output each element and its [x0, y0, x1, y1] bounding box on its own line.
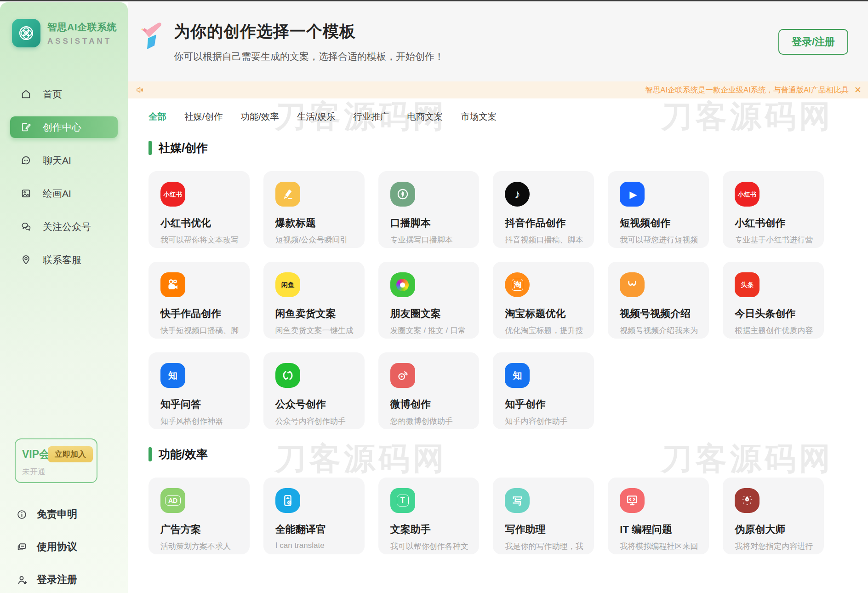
notice-banner: 智思AI企联系统是一款企业级AI系统，与普通版AI产品相比具 ✕ — [128, 81, 868, 98]
zhihu-icon: 知 — [160, 363, 185, 388]
template-card-desc: 专业撰写口播脚本 — [390, 235, 468, 245]
section-accent-bar — [148, 141, 152, 155]
user-add-icon — [16, 574, 28, 586]
toutiao-icon: 头条 — [735, 272, 760, 297]
template-card[interactable]: 头条今日头条创作根据主题创作优质内容 — [723, 262, 824, 339]
template-card[interactable]: AD广告方案活动策划方案不求人 — [148, 478, 250, 554]
template-card-title: 口播脚本 — [390, 216, 468, 230]
sidebar-item-label: 绘画AI — [43, 187, 71, 200]
vip-card[interactable]: VIP会 立即加入 未开通 — [15, 438, 97, 483]
template-card[interactable]: T文案助手我可以帮你创作各种文 — [378, 478, 480, 554]
agreement-icon — [16, 541, 28, 553]
template-card-title: 快手作品创作 — [160, 307, 238, 321]
template-card[interactable]: 视频号视频介绍视频号视频介绍我来为 — [608, 262, 709, 339]
template-card[interactable]: 微博创作您的微博创做助手 — [378, 352, 480, 429]
template-card-title: 视频号视频介绍 — [620, 307, 697, 321]
template-card[interactable]: 小红书小红书创作专业基于小红书进行营 — [723, 171, 824, 248]
main-area: 为你的创作选择一个模板 你可以根据自己需要生成的文案，选择合适的模板，开始创作！… — [128, 2, 868, 593]
tab-all[interactable]: 全部 — [148, 110, 166, 123]
template-card[interactable]: 闲鱼闲鱼卖货文案闲鱼卖货文案一键生成 — [263, 262, 365, 339]
template-card[interactable]: 写写作助理我是你的写作助理，我 — [493, 478, 594, 554]
template-card-desc: 公众号内容创作助手 — [275, 416, 353, 426]
template-card[interactable]: 朋友圈文案发圈文案 / 推文 / 日常 — [378, 262, 480, 339]
template-card-title: 文案助手 — [390, 523, 468, 536]
sidebar-item-label: 首页 — [43, 88, 62, 101]
template-card[interactable]: ♪抖音作品创作抖音视频口播稿、脚本 — [493, 171, 594, 248]
sidebar-item-draw-ai[interactable]: 绘画AI — [10, 183, 118, 204]
template-card-grid: AD广告方案活动策划方案不求人全能翻译官I can translateT文案助手… — [148, 478, 824, 554]
page-header: 为你的创作选择一个模板 你可以根据自己需要生成的文案，选择合适的模板，开始创作！… — [128, 2, 868, 81]
sidebar-item-label: 聊天AI — [43, 154, 71, 167]
moments-icon — [390, 272, 415, 297]
translator-icon — [275, 488, 300, 513]
template-card-desc: 知乎风格创作神器 — [160, 416, 238, 426]
template-card-desc: 优化淘宝标题，提升搜 — [505, 325, 582, 336]
template-card-desc: 专业基于小红书进行营 — [735, 235, 812, 245]
template-card[interactable]: 全能翻译官I can translate — [263, 478, 365, 554]
vip-join-button[interactable]: 立即加入 — [48, 446, 93, 462]
sidebar-item-creation-center[interactable]: 创作中心 — [10, 116, 118, 138]
template-card-title: 闲鱼卖货文案 — [275, 307, 353, 321]
template-card-desc: 活动策划方案不求人 — [160, 541, 238, 552]
sidebar-item-contact-support[interactable]: 联系客服 — [10, 249, 118, 271]
template-card-title: 小红书创作 — [735, 216, 812, 230]
template-card-grid: 小红书小红书优化我可以帮你将文本改写爆款标题短视频/公众号瞬间引口播脚本专业撰写… — [148, 171, 824, 429]
sidebar-footer-label: 登录注册 — [37, 573, 77, 587]
template-card-desc: I can translate — [275, 541, 353, 550]
sidebar-footer-disclaimer[interactable]: 免责申明 — [16, 507, 77, 521]
home-icon — [20, 88, 32, 100]
taobao-icon: 淘 — [505, 272, 530, 297]
template-card[interactable]: IT 编程问题我将模拟编程社区来回 — [608, 478, 709, 554]
template-card[interactable]: 爆款标题短视频/公众号瞬间引 — [263, 171, 365, 248]
template-card-title: 伪原创大师 — [735, 523, 812, 536]
tab-4[interactable]: 行业推广 — [353, 110, 389, 123]
template-card[interactable]: 伪原创大师我将对您指定内容进行 — [723, 478, 824, 554]
xianyu-icon: 闲鱼 — [275, 272, 300, 297]
sidebar-item-label: 创作中心 — [43, 121, 81, 134]
notice-close-icon[interactable]: ✕ — [854, 86, 862, 94]
sidebar-footer-user-agreement[interactable]: 使用协议 — [16, 540, 77, 554]
section-header: 社媒/创作 — [148, 140, 824, 155]
page-header-text: 为你的创作选择一个模板 你可以根据自己需要生成的文案，选择合适的模板，开始创作！ — [174, 21, 444, 63]
sidebar-item-home[interactable]: 首页 — [10, 83, 118, 105]
template-card-desc: 我将对您指定内容进行 — [735, 541, 812, 552]
template-card-desc: 闲鱼卖货文案一键生成 — [275, 325, 353, 336]
template-card[interactable]: 淘淘宝标题优化优化淘宝标题，提升搜 — [493, 262, 594, 339]
tab-3[interactable]: 生活/娱乐 — [297, 110, 335, 123]
template-card[interactable]: 小红书小红书优化我可以帮你将文本改写 — [148, 171, 250, 248]
template-card[interactable]: 口播脚本专业撰写口播脚本 — [378, 171, 480, 248]
channels-icon — [620, 272, 645, 297]
sidebar-footer-login-register[interactable]: 登录注册 — [16, 573, 77, 587]
template-card[interactable]: 知知乎问答知乎风格创作神器 — [148, 352, 250, 429]
template-card-desc: 我可以帮您进行短视频 — [620, 235, 697, 245]
info-icon — [16, 509, 28, 520]
template-card[interactable]: 知知乎创作知乎内容创作助手 — [493, 352, 594, 429]
tab-6[interactable]: 市场文案 — [461, 110, 497, 123]
section-header: 功能/效率 — [148, 447, 824, 462]
tab-2[interactable]: 功能/效率 — [240, 110, 279, 123]
section-title: 功能/效率 — [159, 447, 208, 462]
template-card-desc: 短视频/公众号瞬间引 — [275, 235, 353, 245]
tab-5[interactable]: 电商文案 — [407, 110, 443, 123]
login-register-button[interactable]: 登录/注册 — [778, 29, 848, 55]
template-card[interactable]: 公众号创作公众号内容创作助手 — [263, 352, 365, 429]
sidebar-footer: 免责申明使用协议登录注册 — [16, 507, 77, 587]
wechat-icon — [20, 221, 32, 232]
tiktok-icon: ♪ — [505, 182, 530, 207]
pencil-icon — [275, 182, 300, 207]
pin-icon — [20, 254, 32, 265]
sections-container: 社媒/创作小红书小红书优化我可以帮你将文本改写爆款标题短视频/公众号瞬间引口播脚… — [148, 140, 824, 554]
template-card-desc: 您的微博创做助手 — [390, 416, 468, 426]
zhihu-icon: 知 — [505, 363, 530, 388]
page-title: 为你的创作选择一个模板 — [174, 21, 444, 42]
notice-text: 智思AI企联系统是一款企业级AI系统，与普通版AI产品相比具 — [645, 85, 849, 95]
template-card[interactable]: ▶短视频创作我可以帮您进行短视频 — [608, 171, 709, 248]
sidebar-item-chat-ai[interactable]: 聊天AI — [10, 150, 118, 171]
template-card[interactable]: 快手作品创作快手短视频口播稿、脚 — [148, 262, 250, 339]
app-title: 智思AI企联系统 — [47, 21, 117, 34]
sidebar-item-follow-official[interactable]: 关注公众号 — [10, 216, 118, 237]
template-card-desc: 抖音视频口播稿、脚本 — [505, 235, 582, 245]
template-card-title: 爆款标题 — [275, 216, 353, 230]
tab-1[interactable]: 社媒/创作 — [184, 110, 223, 123]
section-accent-bar — [148, 447, 152, 461]
